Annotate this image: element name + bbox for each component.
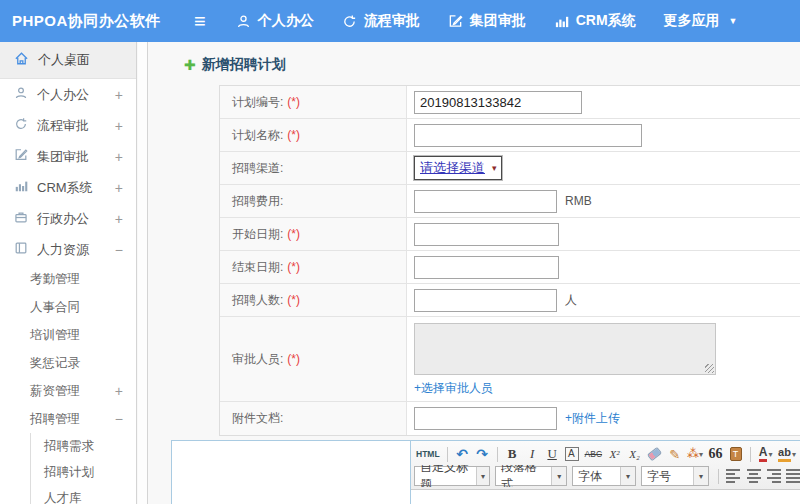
subscript-button[interactable]: X₂: [625, 445, 644, 464]
font-size-select[interactable]: 字号▾: [641, 466, 709, 486]
sidebar-item-hr-contracts[interactable]: 人事合同: [0, 293, 136, 321]
nav-personal-office[interactable]: 个人办公: [236, 12, 314, 30]
sidebar-item-recruit-demand[interactable]: 招聘需求: [31, 433, 136, 459]
font-family-select[interactable]: 字体▾: [572, 466, 636, 486]
font-color-button[interactable]: A▾: [756, 445, 775, 464]
highlight-color-button[interactable]: ab▾: [776, 445, 798, 464]
add-icon: ✚: [184, 57, 196, 73]
expand-icon[interactable]: +: [115, 211, 123, 227]
collapse-icon[interactable]: −: [115, 411, 123, 427]
top-navigation-bar: PHPOA协同办公软件 ≡ 个人办公 流程审批 集团审批 CRM系统 更多应用 …: [0, 0, 800, 42]
approvers-textarea-wrap: [414, 323, 716, 375]
form-row-plan-number: 计划编号:(*): [220, 86, 800, 119]
flow-icon: [342, 14, 357, 29]
sidebar-item-admin-office[interactable]: 行政办公 +: [0, 203, 136, 234]
resize-handle[interactable]: [705, 364, 714, 373]
form-row-attachment: 附件文档: +附件上传: [220, 402, 800, 435]
plan-name-input[interactable]: [414, 124, 642, 147]
recruit-submenu: 招聘需求 招聘计划 人才库: [30, 433, 136, 504]
align-right-icon[interactable]: [764, 467, 783, 486]
attachment-input[interactable]: [414, 407, 557, 430]
nav-crm-system[interactable]: CRM系统: [554, 12, 636, 30]
collapse-icon[interactable]: −: [115, 242, 123, 258]
bar-chart-icon: [554, 14, 569, 29]
select-approvers-link[interactable]: +选择审批人员: [414, 380, 493, 397]
paste-button[interactable]: T: [726, 445, 745, 464]
editor-toolbar: HTML ↶ ↷ B I U A ABC X² X₂ ✎ ⁂▾ 66 T: [411, 441, 800, 490]
toolbar-row-2: 自定义标题▾ 段落格式▾ 字体▾ 字号▾ ∞: [414, 465, 800, 487]
form-row-start-date: 开始日期:(*): [220, 218, 800, 251]
sidebar-item-attendance-mgmt[interactable]: 考勤管理: [0, 265, 136, 293]
form-row-headcount: 招聘人数:(*) 人: [220, 284, 800, 317]
redo-icon[interactable]: ↷: [473, 445, 492, 464]
expand-icon[interactable]: +: [115, 383, 123, 399]
menu-icon[interactable]: ≡: [194, 11, 206, 31]
rich-text-editor: HTML ↶ ↷ B I U A ABC X² X₂ ✎ ⁂▾ 66 T: [411, 441, 800, 504]
bar-chart-icon: [14, 179, 28, 196]
sidebar-item-recruit-mgmt[interactable]: 招聘管理 −: [0, 405, 136, 433]
headcount-input[interactable]: [414, 289, 557, 312]
sidebar-item-salary-mgmt[interactable]: 薪资管理 +: [0, 377, 136, 405]
expand-icon[interactable]: +: [115, 87, 123, 103]
remove-format-button[interactable]: [645, 445, 664, 464]
paragraph-format-select[interactable]: 段落格式▾: [495, 466, 567, 486]
sidebar-item-human-resources[interactable]: 人力资源 −: [0, 234, 136, 265]
dropdown-caret-icon: ▾: [699, 450, 703, 459]
dropdown-caret-icon: ▾: [768, 450, 772, 459]
sidebar-item-crm-system[interactable]: CRM系统 +: [0, 172, 136, 203]
expand-icon[interactable]: +: [115, 149, 123, 165]
sidebar-item-personal-office[interactable]: 个人办公 +: [0, 79, 136, 110]
home-icon: [14, 51, 29, 69]
html-source-button[interactable]: HTML: [414, 445, 442, 464]
expand-icon[interactable]: +: [115, 180, 123, 196]
sidebar-item-talent-pool[interactable]: 人才库: [31, 485, 136, 504]
toolbar-separator: [497, 447, 498, 462]
undo-icon[interactable]: ↶: [453, 445, 472, 464]
form-row-recruit-cost: 招聘费用: RMB: [220, 185, 800, 218]
approvers-textarea[interactable]: [414, 323, 716, 375]
dropdown-caret-icon: ▾: [492, 163, 497, 173]
start-date-input[interactable]: [414, 223, 559, 246]
underline-button[interactable]: U: [543, 445, 562, 464]
sidebar-item-training-mgmt[interactable]: 培训管理: [0, 321, 136, 349]
sidebar-item-personal-desktop[interactable]: 个人桌面: [0, 42, 136, 79]
align-left-icon[interactable]: [724, 467, 743, 486]
channel-select[interactable]: 请选择渠道 ▾: [414, 156, 502, 180]
recruit-plan-form: 计划编号:(*) 计划名称:(*) 招聘渠道: 请选择渠道 ▾ 招聘费用: RM…: [219, 85, 800, 436]
sidebar-item-group-approval[interactable]: 集团审批 +: [0, 141, 136, 172]
sidebar-item-process-approval[interactable]: 流程审批 +: [0, 110, 136, 141]
user-icon: [14, 86, 28, 103]
sidebar-item-reward-records[interactable]: 奖惩记录: [0, 349, 136, 377]
superscript-button[interactable]: X²: [605, 445, 624, 464]
align-center-icon[interactable]: [744, 467, 763, 486]
expand-icon[interactable]: +: [115, 118, 123, 134]
format-painter-icon[interactable]: ✎: [665, 445, 684, 464]
plan-number-input[interactable]: [414, 91, 582, 114]
form-row-recruit-channel: 招聘渠道: 请选择渠道 ▾: [220, 152, 800, 185]
custom-title-select[interactable]: 自定义标题▾: [414, 466, 490, 486]
editor-content-area[interactable]: [411, 490, 800, 504]
align-justify-icon[interactable]: [784, 467, 800, 486]
recruit-cost-input[interactable]: [414, 190, 557, 213]
auto-typeset-button[interactable]: ⁂▾: [685, 445, 705, 464]
strikethrough-button[interactable]: ABC: [583, 445, 604, 464]
app-logo: PHPOA协同办公软件: [0, 12, 188, 31]
edit-icon: [448, 14, 463, 29]
editor-label-cell: [172, 441, 411, 504]
dropdown-caret-icon: ▾: [693, 467, 708, 485]
char-border-button[interactable]: A: [563, 445, 582, 464]
form-row-plan-name: 计划名称:(*): [220, 119, 800, 152]
nav-group-approval[interactable]: 集团审批: [448, 12, 526, 30]
content-editor-row: HTML ↶ ↷ B I U A ABC X² X₂ ✎ ⁂▾ 66 T: [171, 440, 800, 504]
sidebar-item-recruit-plan[interactable]: 招聘计划: [31, 459, 136, 485]
end-date-input[interactable]: [414, 256, 559, 279]
eraser-icon: [647, 447, 662, 461]
nav-more-apps[interactable]: 更多应用 ▼: [664, 12, 738, 30]
nav-process-approval[interactable]: 流程审批: [342, 12, 420, 30]
flow-icon: [14, 117, 28, 134]
bold-button[interactable]: B: [503, 445, 522, 464]
blockquote-button[interactable]: 66: [706, 445, 725, 464]
italic-button[interactable]: I: [523, 445, 542, 464]
sidebar-scrollbar-track[interactable]: [138, 42, 148, 504]
upload-attachment-link[interactable]: +附件上传: [565, 410, 620, 427]
